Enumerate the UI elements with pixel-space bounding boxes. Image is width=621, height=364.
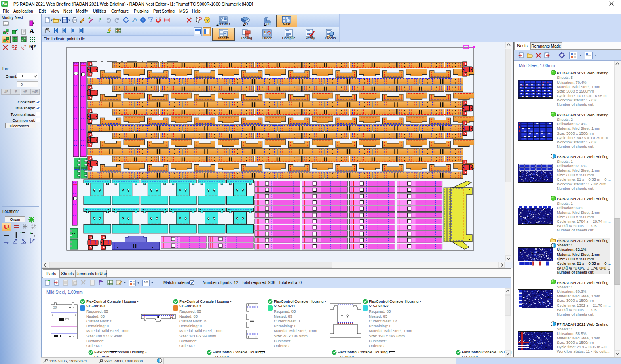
- svg-text:?: ?: [206, 18, 209, 23]
- svg-text:i: i: [142, 18, 144, 22]
- svg-text:D: D: [54, 306, 56, 309]
